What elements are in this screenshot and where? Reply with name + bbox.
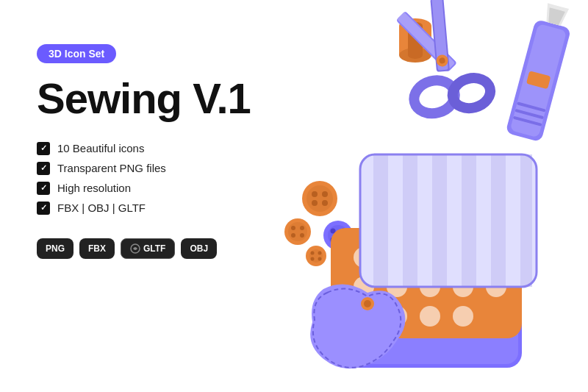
format-fbx: FBX [79,238,115,259]
svg-point-33 [291,233,295,238]
check-icon-1 [37,142,50,155]
svg-rect-70 [520,154,532,287]
svg-point-30 [288,222,307,241]
scissors [354,0,512,126]
svg-rect-66 [403,154,417,287]
svg-point-14 [449,74,494,113]
svg-point-43 [311,252,315,255]
svg-rect-65 [373,154,388,287]
format-png: PNG [37,238,74,259]
svg-point-73 [364,300,371,307]
svg-point-44 [318,252,322,255]
svg-point-34 [300,233,304,238]
check-icon-2 [37,162,50,175]
badge-3d-icon-set: 3D Icon Set [37,44,116,63]
svg-point-31 [291,226,295,230]
svg-point-46 [318,257,322,261]
gltf-icon [130,243,140,254]
feature-text-3: High resolution [57,182,131,194]
check-icon-3 [37,182,50,195]
format-gltf: GLTF [121,238,175,259]
svg-point-62 [420,306,440,327]
svg-point-42 [309,249,323,263]
feature-text-1: 10 Beautiful icons [57,142,144,154]
page-container: 3D Icon Set Sewing V.1 10 Beautiful icon… [0,0,588,392]
svg-rect-67 [432,154,447,287]
svg-point-27 [312,200,318,206]
feature-text-2: Transparent PNG files [57,162,166,174]
format-obj: OBJ [181,238,217,259]
svg-rect-69 [491,154,506,287]
svg-point-63 [453,306,473,327]
svg-point-25 [312,191,318,197]
svg-point-32 [300,226,304,230]
svg-rect-68 [462,154,476,287]
feature-text-4: FBX | OBJ | GLTF [57,202,146,214]
right-panel [220,0,588,392]
check-icon-4 [37,202,50,215]
svg-point-45 [311,257,315,261]
sewing-tag [309,282,404,377]
